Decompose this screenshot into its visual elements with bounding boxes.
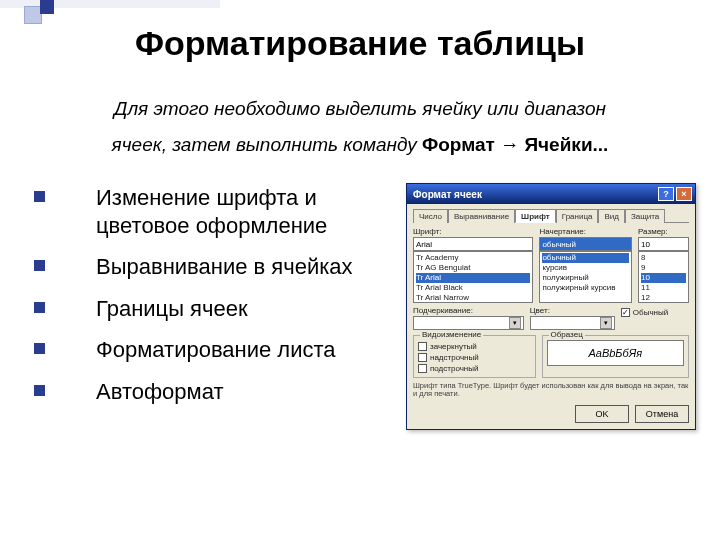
font-input[interactable]: Arial xyxy=(413,237,533,251)
preview-group: Образец АаBbБбЯя xyxy=(542,335,690,378)
preview-group-label: Образец xyxy=(549,330,585,339)
bullet-item: Изменение шрифта и цветовое оформление xyxy=(28,177,406,246)
list-item[interactable]: Tr Arial Narrow xyxy=(416,293,530,303)
list-item[interactable]: Tr AG Benguiat xyxy=(416,263,530,273)
cancel-button[interactable]: Отмена xyxy=(635,405,689,423)
dialog-caption: Формат ячеек xyxy=(413,189,482,200)
style-label: Начертание: xyxy=(539,227,632,236)
bullet-list: Изменение шрифта и цветовое оформление В… xyxy=(28,173,406,412)
tab-number[interactable]: Число xyxy=(413,209,448,223)
format-cells-dialog: Формат ячеек ? × Число Выравнивание Шриф… xyxy=(406,183,696,430)
list-item[interactable]: обычный xyxy=(542,253,629,263)
font-value: Arial xyxy=(416,240,432,249)
bullet-item: Форматирование листа xyxy=(28,329,406,371)
font-listbox[interactable]: Tr Academy Tr AG Benguiat Tr Arial Tr Ar… xyxy=(413,251,533,303)
intro-paragraph: Для этого необходимо выделить ячейку или… xyxy=(0,63,720,173)
size-listbox[interactable]: 8 9 10 11 12 xyxy=(638,251,689,303)
underline-label: Подчеркивание: xyxy=(413,306,524,315)
intro-line1: Для этого необходимо выделить ячейку или… xyxy=(114,98,606,119)
font-label: Шрифт: xyxy=(413,227,533,236)
dialog-tabs: Число Выравнивание Шрифт Граница Вид Защ… xyxy=(413,208,689,223)
preview-box: АаBbБбЯя xyxy=(547,340,685,366)
color-combo[interactable]: ▾ xyxy=(530,316,615,330)
slide-title: Форматирование таблицы xyxy=(0,0,720,63)
help-button[interactable]: ? xyxy=(658,187,674,201)
superscript-checkbox[interactable]: надстрочный xyxy=(418,353,531,362)
list-item[interactable]: 10 xyxy=(641,273,686,283)
list-item[interactable]: Tr Academy xyxy=(416,253,530,263)
list-item[interactable]: 12 xyxy=(641,293,686,303)
color-label: Цвет: xyxy=(530,306,615,315)
bullet-item: Границы ячеек xyxy=(28,288,406,330)
bullet-item: Автоформат xyxy=(28,371,406,413)
dialog-hint: Шрифт типа TrueType. Шрифт будет использ… xyxy=(413,382,689,399)
subscript-label: подстрочный xyxy=(430,364,478,373)
size-label: Размер: xyxy=(638,227,689,236)
style-listbox[interactable]: обычный курсив полужирный полужирный кур… xyxy=(539,251,632,303)
strike-label: зачеркнутый xyxy=(430,342,477,351)
list-item[interactable]: 11 xyxy=(641,283,686,293)
effects-group-label: Видоизменение xyxy=(420,330,483,339)
ok-button[interactable]: OK xyxy=(575,405,629,423)
size-input[interactable]: 10 xyxy=(638,237,689,251)
effects-group: Видоизменение зачеркнутый надстрочный по… xyxy=(413,335,536,378)
close-button[interactable]: × xyxy=(676,187,692,201)
intro-keyword-cells: Ячейки... xyxy=(524,134,608,155)
bullet-item: Выравнивание в ячейках xyxy=(28,246,406,288)
strike-checkbox[interactable]: зачеркнутый xyxy=(418,342,531,351)
dialog-titlebar[interactable]: Формат ячеек ? × xyxy=(407,184,695,204)
size-value: 10 xyxy=(641,240,650,249)
checkbox-icon xyxy=(418,364,427,373)
list-item[interactable]: 9 xyxy=(641,263,686,273)
normal-font-checkbox[interactable]: ✓ Обычный xyxy=(621,308,689,317)
list-item[interactable]: 8 xyxy=(641,253,686,263)
tab-font[interactable]: Шрифт xyxy=(515,209,556,223)
underline-combo[interactable]: ▾ xyxy=(413,316,524,330)
chevron-down-icon: ▾ xyxy=(509,317,521,329)
arrow-icon: → xyxy=(500,134,524,155)
list-item[interactable]: полужирный xyxy=(542,273,629,283)
tab-protection[interactable]: Защита xyxy=(625,209,665,223)
style-input[interactable]: обычный xyxy=(539,237,632,251)
checkbox-icon xyxy=(418,353,427,362)
checkbox-icon: ✓ xyxy=(621,308,630,317)
checkbox-icon xyxy=(418,342,427,351)
list-item[interactable]: полужирный курсив xyxy=(542,283,629,293)
style-value: обычный xyxy=(542,240,576,249)
intro-line2a: ячеек, затем выполнить команду xyxy=(112,134,422,155)
tab-fill[interactable]: Вид xyxy=(598,209,624,223)
list-item[interactable]: Tr Arial xyxy=(416,273,530,283)
list-item[interactable]: курсив xyxy=(542,263,629,273)
chevron-down-icon: ▾ xyxy=(600,317,612,329)
tab-alignment[interactable]: Выравнивание xyxy=(448,209,515,223)
subscript-checkbox[interactable]: подстрочный xyxy=(418,364,531,373)
intro-keyword-format: Формат xyxy=(422,134,495,155)
tab-border[interactable]: Граница xyxy=(556,209,599,223)
normal-font-label: Обычный xyxy=(633,308,668,317)
superscript-label: надстрочный xyxy=(430,353,479,362)
list-item[interactable]: Tr Arial Black xyxy=(416,283,530,293)
